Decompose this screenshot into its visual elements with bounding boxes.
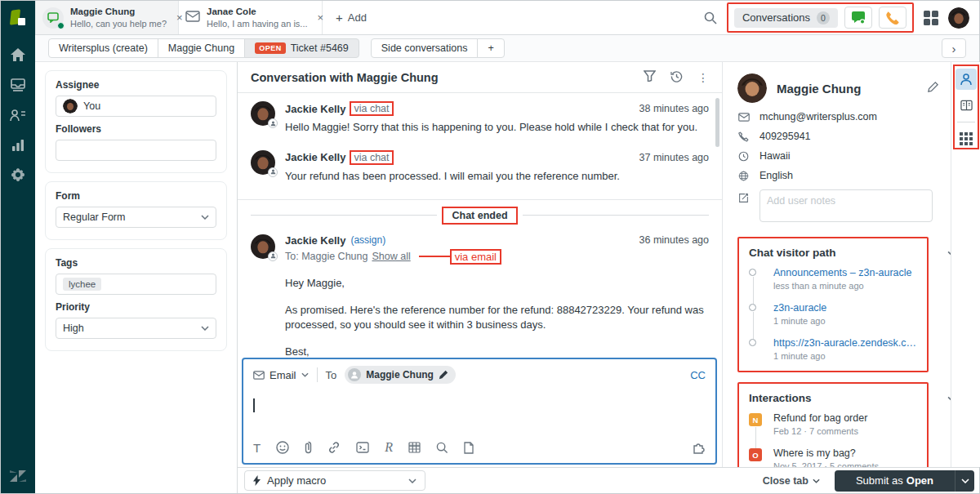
table-icon[interactable] [408, 442, 421, 453]
tab-writersplus[interactable]: Writersplus (create) [48, 38, 158, 58]
email-greeting: Hey Maggie, [285, 276, 709, 292]
visitor-path-link[interactable]: z3n-auracle [773, 302, 917, 314]
priority-label: Priority [56, 301, 216, 313]
assignee-avatar [63, 99, 78, 113]
zendesk-agent-workspace: Maggie Chung Hello, can you help me? × J… [0, 0, 980, 494]
assignee-label: Assignee [56, 79, 216, 91]
emoji-icon[interactable] [276, 441, 289, 454]
chat-visitor-path-card: Chat visitor path Announcements – z3n-au… [737, 237, 929, 372]
chat-message: Jackie Kelly via chat 38 minutes ago Hel… [251, 101, 709, 136]
submit-as-open-button[interactable]: Submit asOpen [835, 470, 955, 492]
chat-icon [852, 11, 865, 24]
link-icon[interactable] [327, 441, 341, 454]
ticket-footer: Apply macro Close tab Submit asOpen [238, 467, 979, 493]
edit-recipient-icon [439, 370, 448, 380]
tags-field[interactable]: lychee [56, 274, 216, 295]
admin-gear-icon[interactable] [1, 164, 35, 186]
script-r-icon[interactable]: R [385, 440, 393, 455]
conversations-button[interactable]: Conversations 0 [734, 8, 838, 28]
filter-icon[interactable] [644, 70, 656, 84]
assignee-field[interactable]: You [56, 96, 216, 117]
apps-puzzle-icon[interactable] [692, 441, 706, 454]
via-email-annotation: via email [450, 249, 501, 265]
submit-options-chevron[interactable] [955, 470, 974, 492]
cc-button[interactable]: CC [690, 369, 706, 381]
channel-selector[interactable]: Email [253, 369, 309, 381]
user-notes-input[interactable] [760, 189, 933, 222]
clock-icon [737, 151, 750, 162]
agent-badge-icon [268, 251, 278, 261]
interaction-item[interactable]: N Refund for bag order Feb 12 · 7 commen… [749, 412, 917, 436]
text-format-icon[interactable]: T [253, 441, 261, 455]
email-icon [185, 11, 200, 24]
conversation-tab-janae[interactable]: Janae Cole Hello, I am having an is... × [179, 1, 323, 34]
form-select[interactable]: Regular Form [56, 207, 216, 228]
followers-input[interactable] [63, 145, 209, 156]
lightning-icon [253, 475, 261, 486]
products-grid-icon[interactable] [924, 11, 938, 25]
rail-annotation-box [953, 65, 979, 149]
tab-side-conversations[interactable]: Side conversations [371, 38, 479, 58]
close-tab-button[interactable]: Close tab [763, 475, 820, 487]
scrollbar[interactable] [715, 98, 719, 147]
tags-label: Tags [56, 257, 216, 269]
product-sidebar [1, 1, 35, 493]
add-tab-button[interactable]: + Add [323, 1, 380, 34]
customer-phone[interactable]: 409295941 [760, 131, 811, 142]
phone-button[interactable] [879, 7, 906, 29]
priority-select[interactable]: High [56, 318, 216, 339]
visitor-path-link[interactable]: Announcements – z3n-auracle [773, 267, 917, 278]
visitor-path-time: less than a minute ago [773, 281, 917, 291]
followers-field[interactable] [56, 140, 216, 161]
assign-link[interactable]: (assign) [350, 234, 385, 246]
message-body: Hello Maggie! Sorry that this is happeni… [285, 120, 709, 136]
reply-composer: Email To Maggie Chung CC T [242, 358, 717, 465]
tab-ticket[interactable]: OPEN Ticket #5469 [244, 38, 359, 58]
customers-icon[interactable] [1, 104, 35, 126]
composer-textarea[interactable] [243, 387, 715, 434]
tab-maggie-chung[interactable]: Maggie Chung [158, 38, 245, 58]
timeline-node-icon [749, 339, 756, 346]
tag-lychee[interactable]: lychee [63, 278, 101, 291]
apply-macro-button[interactable]: Apply macro [244, 470, 425, 491]
history-icon[interactable] [670, 70, 683, 85]
visitor-path-time: 1 minute ago [773, 316, 917, 326]
text-cursor [253, 398, 255, 412]
recipient-pill[interactable]: Maggie Chung [345, 366, 456, 384]
conversations-annotation-box: Conversations 0 [727, 2, 914, 33]
home-icon[interactable] [1, 43, 35, 65]
collapse-panel-button[interactable]: › [942, 38, 966, 58]
visitor-path-item: Announcements – z3n-auracle less than a … [749, 267, 917, 291]
visitor-path-title: Chat visitor path [749, 247, 917, 259]
search-icon[interactable] [436, 442, 448, 454]
visitor-path-link[interactable]: https://z3n-auracle.zendesk.com/hc/en... [773, 337, 917, 349]
tab-title: Maggie Chung [70, 7, 135, 16]
customer-email[interactable]: mchung@writersplus.com [760, 111, 877, 122]
document-icon[interactable] [464, 442, 474, 454]
product-logo-icon [8, 9, 28, 30]
message-author: Jackie Kelly [285, 103, 345, 115]
notes-icon [737, 193, 750, 203]
message-time: 38 minutes ago [639, 103, 709, 114]
status-badge: OPEN [255, 42, 286, 54]
via-chat-annotation: via chat [350, 150, 393, 165]
code-block-icon[interactable] [356, 442, 369, 453]
kebab-menu-icon[interactable]: ⋮ [697, 72, 709, 83]
search-icon[interactable] [704, 11, 717, 24]
email-signoff: Best, [285, 345, 709, 358]
message-time: 37 minutes ago [639, 152, 709, 163]
edit-pencil-icon[interactable] [927, 81, 939, 96]
add-side-conversation-button[interactable]: + [477, 38, 504, 58]
show-all-link[interactable]: Show all [372, 251, 410, 262]
agent-avatar[interactable] [948, 7, 969, 29]
chat-toggle-button[interactable] [844, 7, 872, 29]
recipient-avatar [348, 368, 361, 381]
annotation-line [419, 256, 450, 257]
reporting-icon[interactable] [1, 134, 35, 156]
form-label: Form [56, 190, 216, 202]
email-paragraph: As promised. Here's the reference number… [285, 303, 709, 334]
customer-avatar [737, 73, 767, 103]
attachment-icon[interactable] [305, 441, 312, 454]
views-icon[interactable] [1, 73, 35, 96]
conversation-tab-maggie[interactable]: Maggie Chung Hello, can you help me? × [35, 1, 179, 34]
